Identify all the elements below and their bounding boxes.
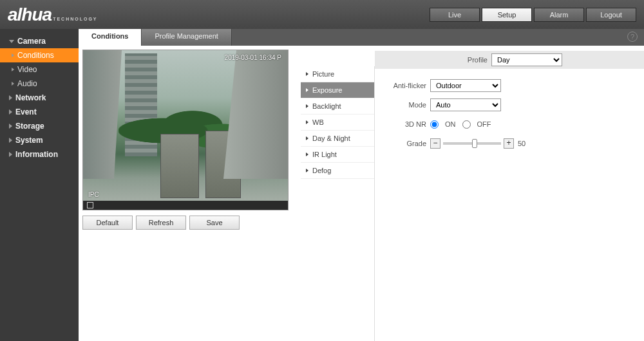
alarm-button[interactable]: Alarm <box>534 8 584 22</box>
triangle-icon <box>306 169 308 172</box>
menu-backlight[interactable]: Backlight <box>301 98 374 115</box>
slider-thumb[interactable] <box>472 139 477 148</box>
brand-name: alhua <box>8 5 52 25</box>
chevron-right-icon <box>9 124 12 129</box>
chevron-right-icon <box>9 95 12 100</box>
profile-label: Profile <box>388 56 488 64</box>
brand-sub: TECHNOLOGY <box>53 17 97 21</box>
chevron-right-icon <box>9 109 12 115</box>
chevron-right-icon <box>12 82 14 86</box>
camera-preview: 2019-03-01 16:34 P IPC <box>82 50 289 210</box>
triangle-icon <box>306 88 308 92</box>
anti-flicker-select[interactable]: Outdoor <box>430 79 501 92</box>
triangle-icon <box>306 152 308 156</box>
sidebar-storage[interactable]: Storage <box>0 119 79 133</box>
triangle-icon <box>306 136 308 140</box>
3dnr-on-radio[interactable] <box>430 120 439 129</box>
preview-label: IPC <box>88 191 99 198</box>
grade-row: Grade − + 50 <box>388 137 631 150</box>
main-panel: Conditions Profile Management ? 2019-03-… <box>79 29 644 341</box>
brand-logo: alhua TECHNOLOGY <box>8 5 98 25</box>
fullscreen-icon[interactable] <box>87 202 93 208</box>
default-button[interactable]: Default <box>82 216 133 230</box>
grade-slider[interactable] <box>443 142 501 145</box>
menu-ir-light[interactable]: IR Light <box>301 147 374 163</box>
help-icon[interactable]: ? <box>627 32 638 42</box>
chevron-right-icon <box>12 53 14 57</box>
profile-select[interactable]: Day <box>491 53 562 66</box>
sidebar: Camera Conditions Video Audio Network Ev… <box>0 29 79 341</box>
settings-panel: Profile Day Anti-flicker Outdoor Mode Au… <box>375 46 644 341</box>
menu-day-night[interactable]: Day & Night <box>301 131 374 147</box>
top-nav: Live Setup Alarm Logout <box>430 8 636 22</box>
3dnr-label: 3D NR <box>388 120 426 128</box>
chevron-right-icon <box>9 138 12 143</box>
chevron-right-icon <box>12 68 14 71</box>
tab-conditions[interactable]: Conditions <box>79 29 142 46</box>
menu-exposure[interactable]: Exposure <box>301 82 374 98</box>
grade-value: 50 <box>518 140 526 147</box>
sidebar-audio[interactable]: Audio <box>0 77 79 91</box>
save-button[interactable]: Save <box>189 216 240 230</box>
chevron-down-icon <box>9 40 14 43</box>
logout-button[interactable]: Logout <box>586 8 636 22</box>
triangle-icon <box>306 120 308 124</box>
3dnr-row: 3D NR ON OFF <box>388 118 631 131</box>
3dnr-off-radio[interactable] <box>462 120 471 129</box>
mode-select[interactable]: Auto <box>430 98 501 111</box>
header: alhua TECHNOLOGY Live Setup Alarm Logout <box>0 0 644 29</box>
mode-row: Mode Auto <box>388 98 631 111</box>
menu-picture[interactable]: Picture <box>301 66 374 82</box>
sidebar-video[interactable]: Video <box>0 62 79 77</box>
anti-flicker-row: Anti-flicker Outdoor <box>388 79 631 92</box>
refresh-button[interactable]: Refresh <box>136 216 186 230</box>
sidebar-information[interactable]: Information <box>0 147 79 161</box>
preview-column: 2019-03-01 16:34 P IPC Default Refresh S… <box>79 46 301 341</box>
profile-row: Profile Day <box>375 51 644 69</box>
sidebar-network[interactable]: Network <box>0 91 79 105</box>
grade-minus-button[interactable]: − <box>430 138 440 149</box>
menu-wb[interactable]: WB <box>301 115 374 131</box>
chevron-right-icon <box>9 152 12 157</box>
tab-profile-management[interactable]: Profile Management <box>142 29 231 46</box>
grade-label: Grade <box>388 140 426 147</box>
sidebar-system[interactable]: System <box>0 133 79 147</box>
sidebar-camera[interactable]: Camera <box>0 34 79 48</box>
triangle-icon <box>306 104 308 108</box>
mode-label: Mode <box>388 101 426 109</box>
menu-defog[interactable]: Defog <box>301 163 374 179</box>
anti-flicker-label: Anti-flicker <box>388 82 426 89</box>
live-button[interactable]: Live <box>430 8 480 22</box>
setup-button[interactable]: Setup <box>482 8 532 22</box>
3dnr-on-label: ON <box>445 120 456 128</box>
action-buttons: Default Refresh Save <box>82 216 301 230</box>
grade-plus-button[interactable]: + <box>504 138 514 149</box>
3dnr-off-label: OFF <box>477 120 491 128</box>
tabs: Conditions Profile Management <box>79 29 644 46</box>
preview-timestamp: 2019-03-01 16:34 P <box>225 54 281 61</box>
preview-toolbar <box>83 201 288 210</box>
sidebar-conditions[interactable]: Conditions <box>0 48 79 62</box>
settings-menu: Picture Exposure Backlight WB Day & Nigh… <box>301 66 375 341</box>
triangle-icon <box>306 72 308 76</box>
content: 2019-03-01 16:34 P IPC Default Refresh S… <box>79 46 644 341</box>
sidebar-event[interactable]: Event <box>0 105 79 119</box>
